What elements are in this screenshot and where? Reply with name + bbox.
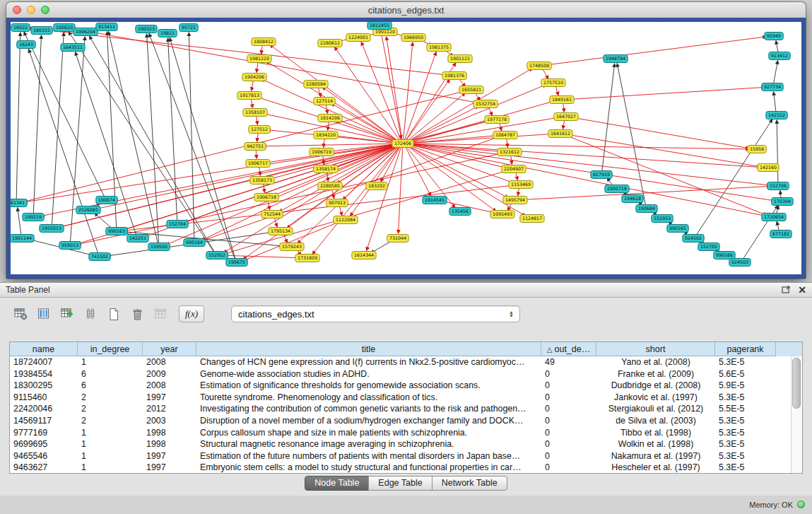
graph-edge[interactable] bbox=[602, 64, 615, 171]
graph-edge[interactable] bbox=[33, 35, 41, 214]
graph-node[interactable]: 1731809 bbox=[295, 255, 319, 262]
graph-node[interactable]: 1814206 bbox=[318, 115, 342, 122]
graph-node[interactable]: 1904206 bbox=[242, 74, 266, 81]
graph-node[interactable]: 1655821 bbox=[459, 86, 483, 94]
graph-node[interactable]: 190219 bbox=[23, 214, 44, 221]
graph-node[interactable]: 161341 bbox=[11, 199, 27, 207]
graph-node[interactable]: 1901121 bbox=[448, 55, 472, 63]
graph-node[interactable]: 183202 bbox=[366, 182, 387, 190]
graph-node[interactable]: 1748508 bbox=[527, 62, 551, 70]
graph-edge[interactable] bbox=[404, 52, 436, 141]
graph-node[interactable]: 741502 bbox=[89, 253, 110, 261]
graph-node[interactable]: 180315 bbox=[31, 27, 52, 35]
graph-node[interactable]: 135456 bbox=[449, 208, 471, 216]
graph-node[interactable]: 142160 bbox=[758, 164, 779, 172]
graph-node[interactable]: 1966950 bbox=[401, 34, 425, 42]
graph-node[interactable]: 190674 bbox=[96, 197, 117, 204]
table-row[interactable]: 977716911998Corpus callosum shape and si… bbox=[10, 427, 792, 439]
graph-edge[interactable] bbox=[407, 145, 508, 198]
graph-edge[interactable] bbox=[339, 206, 342, 215]
graph-edge[interactable] bbox=[520, 186, 770, 199]
minimize-window-button[interactable] bbox=[27, 6, 35, 14]
function-builder-button[interactable]: f(x) bbox=[179, 305, 204, 322]
table-row[interactable]: 1938455462009Genome-wide association stu… bbox=[10, 368, 792, 380]
graph-edge[interactable] bbox=[256, 150, 257, 158]
tab-node-table[interactable]: Node Table bbox=[305, 476, 369, 491]
graph-edge[interactable] bbox=[518, 188, 519, 196]
table-row[interactable]: 911546021997Tourette syndrome. Phenomeno… bbox=[10, 392, 792, 404]
table-scrollbar[interactable] bbox=[791, 356, 802, 473]
graph-node[interactable]: 1834220 bbox=[314, 132, 338, 139]
column-header-out_de[interactable]: △out_de… bbox=[541, 342, 596, 356]
graph-edge[interactable] bbox=[563, 120, 564, 129]
graph-node[interactable]: 990163 bbox=[106, 228, 127, 235]
graph-edge[interactable] bbox=[563, 103, 565, 112]
graph-node[interactable]: 1795134 bbox=[269, 228, 293, 235]
graph-node[interactable]: 19811 bbox=[158, 30, 177, 37]
graph-node[interactable]: 1358174 bbox=[314, 165, 338, 173]
table-row[interactable]: 1456911722003Disruption of a novel membe… bbox=[10, 415, 792, 427]
graph-node[interactable]: 731044 bbox=[387, 235, 408, 243]
graph-node[interactable]: 924503 bbox=[729, 259, 751, 267]
graph-node[interactable]: 1358107 bbox=[243, 109, 267, 117]
graph-node[interactable]: 1647027 bbox=[554, 113, 578, 121]
graph-node[interactable]: 16243 bbox=[17, 41, 36, 49]
graph-node[interactable]: 190675 bbox=[226, 259, 247, 267]
graph-node[interactable]: 170304 bbox=[772, 198, 793, 206]
graph-node[interactable]: 1981376 bbox=[442, 72, 466, 80]
import-table-button[interactable] bbox=[58, 305, 76, 322]
graph-node[interactable]: 95949 bbox=[765, 33, 784, 40]
graph-edge[interactable] bbox=[565, 134, 760, 167]
graph-node[interactable]: 1955013 bbox=[40, 225, 64, 233]
table-row[interactable]: 2242004622012Investigating the contribut… bbox=[10, 403, 792, 415]
graph-edge[interactable] bbox=[270, 45, 399, 141]
graph-node[interactable]: 172406 bbox=[392, 140, 413, 148]
graph-edge[interactable] bbox=[318, 87, 321, 96]
graph-edge[interactable] bbox=[225, 255, 302, 258]
graph-node[interactable]: 16022 bbox=[11, 24, 30, 32]
close-panel-icon[interactable]: ✕ bbox=[798, 285, 806, 295]
graph-edge[interactable] bbox=[257, 116, 258, 124]
table-row[interactable]: 946362711997Embryonic stem cells: a mode… bbox=[10, 462, 792, 473]
graph-node[interactable]: 152706 bbox=[767, 182, 789, 190]
graph-node[interactable]: 1914545 bbox=[423, 197, 447, 204]
graph-node[interactable]: 2204907 bbox=[502, 165, 526, 173]
column-header-year[interactable]: year bbox=[143, 342, 196, 356]
graph-edge[interactable] bbox=[18, 208, 21, 235]
graph-node[interactable]: 152952 bbox=[206, 252, 228, 259]
table-row[interactable]: 946554611997Estimation of the future num… bbox=[10, 450, 792, 462]
column-header-in_degree[interactable]: in_degree bbox=[78, 342, 143, 356]
graph-node[interactable]: 152705 bbox=[698, 243, 719, 251]
graph-edge[interactable] bbox=[95, 213, 113, 229]
table-selector-dropdown[interactable]: citations_edges.txt ▲▼ bbox=[231, 305, 520, 322]
column-header-short[interactable]: short bbox=[596, 342, 715, 356]
graph-node[interactable]: 190684 bbox=[636, 205, 657, 213]
graph-node[interactable]: 1064787 bbox=[493, 132, 517, 139]
graph-edge[interactable] bbox=[516, 173, 518, 180]
graph-node[interactable]: 2526065 bbox=[76, 206, 100, 214]
graph-edge[interactable] bbox=[774, 92, 776, 112]
graph-node[interactable]: 1095493 bbox=[490, 211, 514, 218]
graph-node[interactable]: 959013 bbox=[59, 242, 81, 250]
table-scrollbar-thumb[interactable] bbox=[792, 358, 801, 409]
graph-node[interactable]: 1532754 bbox=[473, 100, 498, 108]
graph-node[interactable]: 752544 bbox=[261, 211, 283, 218]
tab-network-table[interactable]: Network Table bbox=[432, 476, 507, 491]
close-window-button[interactable] bbox=[13, 6, 21, 14]
graph-node[interactable]: 942751 bbox=[245, 143, 266, 151]
graph-node[interactable]: 1641612 bbox=[548, 130, 572, 138]
graph-node[interactable]: 1122084 bbox=[334, 216, 358, 224]
merge-table-button[interactable] bbox=[151, 305, 170, 322]
graph-node[interactable]: 190323 bbox=[136, 25, 157, 33]
graph-edge[interactable] bbox=[544, 37, 766, 65]
table-row[interactable]: 1830029562008Estimation of significance … bbox=[10, 380, 792, 392]
graph-edge[interactable] bbox=[408, 134, 553, 143]
graph-edge[interactable] bbox=[542, 69, 548, 79]
graph-edge[interactable] bbox=[777, 221, 779, 230]
graph-node[interactable]: 95722 bbox=[180, 24, 199, 32]
graph-node[interactable]: 907913 bbox=[326, 199, 348, 207]
graph-edge[interactable] bbox=[404, 42, 413, 140]
delete-table-button[interactable] bbox=[128, 305, 146, 322]
column-header-name[interactable]: name bbox=[10, 342, 78, 356]
graph-node[interactable]: 1917813 bbox=[237, 92, 261, 100]
